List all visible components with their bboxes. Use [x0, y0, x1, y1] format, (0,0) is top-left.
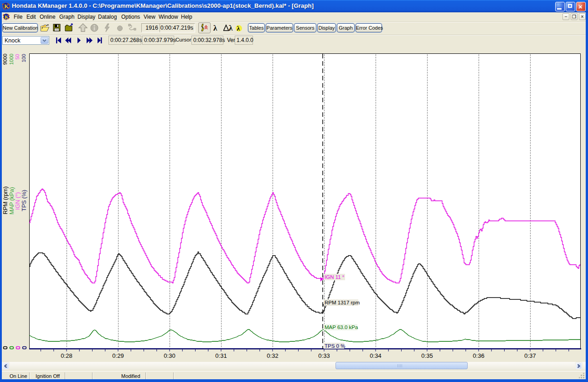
svg-text:0:30: 0:30: [164, 352, 175, 359]
svg-text:0:33: 0:33: [318, 352, 330, 359]
svg-text:9000: 9000: [2, 54, 8, 65]
svg-text:λ: λ: [237, 25, 240, 32]
svg-text:0:28: 0:28: [61, 352, 72, 359]
svg-text:RPM 1317 rpm: RPM 1317 rpm: [325, 300, 360, 305]
svg-text:0:31: 0:31: [215, 352, 227, 359]
svg-text:1000: 1000: [9, 54, 14, 65]
svg-text:MAP 63.0 kPa: MAP 63.0 kPa: [325, 324, 358, 330]
svg-text:K: K: [5, 14, 9, 20]
svg-text:IGN (°): IGN (°): [15, 192, 21, 210]
svg-text:0:32: 0:32: [267, 352, 278, 359]
svg-text:0:35: 0:35: [421, 352, 433, 359]
svg-text:λ: λ: [213, 24, 217, 32]
svg-text:0:36: 0:36: [473, 352, 484, 359]
svg-text:50: 50: [15, 54, 20, 59]
svg-text:0:37: 0:37: [524, 352, 536, 359]
svg-text:MAP (kPa): MAP (kPa): [9, 187, 15, 215]
svg-text:K: K: [4, 3, 9, 10]
svg-text:TPS (%): TPS (%): [21, 190, 27, 211]
svg-text:λ: λ: [229, 24, 233, 32]
svg-text:0:29: 0:29: [112, 352, 124, 359]
svg-text:100: 100: [21, 54, 26, 62]
svg-text:0:34: 0:34: [370, 352, 381, 359]
svg-text:RPM (rpm): RPM (rpm): [2, 186, 9, 214]
svg-text:TPS 0 %: TPS 0 %: [325, 343, 345, 349]
svg-text:IGN 11 °: IGN 11 °: [325, 274, 344, 280]
